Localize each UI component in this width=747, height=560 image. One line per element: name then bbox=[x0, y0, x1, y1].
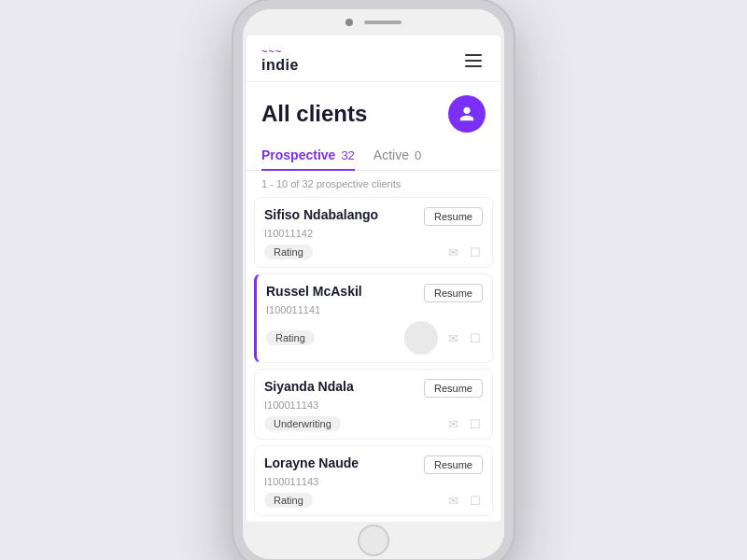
logo: ~~~ indie bbox=[261, 47, 299, 74]
client-name: Sifiso Ndabalango bbox=[264, 207, 378, 222]
home-button[interactable] bbox=[358, 525, 389, 556]
phone-bottom-bar bbox=[243, 522, 504, 559]
front-camera-icon bbox=[345, 19, 353, 26]
tab-active-label: Active bbox=[374, 147, 409, 162]
client-card: Russel McAskil Resume I100011141 Rating … bbox=[254, 273, 493, 363]
document-icon[interactable]: ☐ bbox=[468, 330, 483, 345]
results-info: 1 - 10 of 32 prospective clients bbox=[247, 171, 500, 197]
client-id: I10011142 bbox=[264, 228, 483, 239]
logo-text: indie bbox=[261, 57, 299, 74]
tab-active-count: 0 bbox=[415, 148, 421, 162]
resume-button[interactable]: Resume bbox=[424, 207, 483, 226]
client-card-top: Lorayne Naude Resume bbox=[264, 455, 483, 474]
client-card-top: Russel McAskil Resume bbox=[266, 284, 483, 302]
client-id: I100011143 bbox=[264, 399, 483, 411]
client-card-bottom: Rating ✉ ☐ bbox=[264, 245, 483, 259]
status-badge: Rating bbox=[266, 330, 315, 345]
page-title: All clients bbox=[261, 101, 367, 127]
client-card: Lorayne Naude Resume I100011143 Rating ✉… bbox=[254, 445, 493, 516]
status-badge: Rating bbox=[264, 245, 313, 259]
client-actions: ✉ ☐ bbox=[445, 493, 483, 508]
logo-tilde: ~~~ bbox=[261, 47, 299, 57]
status-badge: Underwriting bbox=[264, 416, 341, 431]
phone-speaker bbox=[364, 21, 402, 24]
document-icon[interactable]: ☐ bbox=[468, 245, 483, 259]
client-card-bottom: Underwriting ✉ ☐ bbox=[264, 416, 483, 431]
client-actions: ✉ ☐ bbox=[445, 416, 483, 431]
client-card-bottom: Rating ✉ ☐ bbox=[266, 321, 483, 355]
email-icon[interactable]: ✉ bbox=[445, 416, 460, 431]
hamburger-line-1 bbox=[465, 54, 482, 56]
client-name: Lorayne Naude bbox=[264, 455, 359, 470]
tabs-container: Prospective 32 Active 0 bbox=[247, 140, 500, 171]
page-title-section: All clients bbox=[247, 82, 500, 140]
client-card-top: Siyanda Ndala Resume bbox=[264, 379, 483, 398]
client-name: Russel McAskil bbox=[266, 284, 362, 299]
tab-prospective-count: 32 bbox=[341, 148, 354, 162]
email-icon[interactable]: ✉ bbox=[445, 245, 460, 259]
document-icon[interactable]: ☐ bbox=[468, 416, 483, 431]
hamburger-line-3 bbox=[465, 65, 482, 67]
client-card: Siyanda Ndala Resume I100011143 Underwri… bbox=[254, 369, 493, 440]
client-card: Sifiso Ndabalango Resume I10011142 Ratin… bbox=[254, 197, 493, 268]
client-actions: ✉ ☐ bbox=[445, 245, 483, 259]
hamburger-menu-button[interactable] bbox=[461, 50, 486, 71]
hamburger-line-2 bbox=[465, 60, 482, 62]
phone-frame: ~~~ indie All clients Prospective 32 bbox=[233, 0, 514, 560]
client-card-top: Sifiso Ndabalango Resume bbox=[264, 207, 483, 226]
document-icon[interactable]: ☐ bbox=[468, 493, 483, 508]
client-id: I100011143 bbox=[264, 476, 483, 487]
tab-prospective[interactable]: Prospective 32 bbox=[261, 140, 355, 170]
client-card-bottom: Rating ✉ ☐ bbox=[264, 493, 483, 508]
tab-prospective-label: Prospective bbox=[261, 147, 335, 162]
status-badge: Rating bbox=[264, 493, 313, 508]
phone-top-bar bbox=[243, 9, 504, 35]
resume-button[interactable]: Resume bbox=[424, 284, 483, 302]
client-id: I100011141 bbox=[266, 304, 483, 315]
phone-screen: ~~~ indie All clients Prospective 32 bbox=[247, 35, 500, 522]
tab-active[interactable]: Active 0 bbox=[374, 140, 421, 170]
client-name: Siyanda Ndala bbox=[264, 379, 354, 394]
app-header: ~~~ indie bbox=[247, 35, 500, 82]
email-icon[interactable]: ✉ bbox=[445, 493, 460, 508]
email-icon[interactable]: ✉ bbox=[445, 330, 460, 345]
person-add-icon bbox=[458, 105, 475, 122]
resume-button[interactable]: Resume bbox=[424, 379, 483, 398]
client-list: Sifiso Ndabalango Resume I10011142 Ratin… bbox=[247, 197, 500, 516]
add-client-button[interactable] bbox=[448, 95, 486, 133]
resume-button[interactable]: Resume bbox=[424, 455, 483, 474]
loading-spinner bbox=[404, 321, 438, 355]
